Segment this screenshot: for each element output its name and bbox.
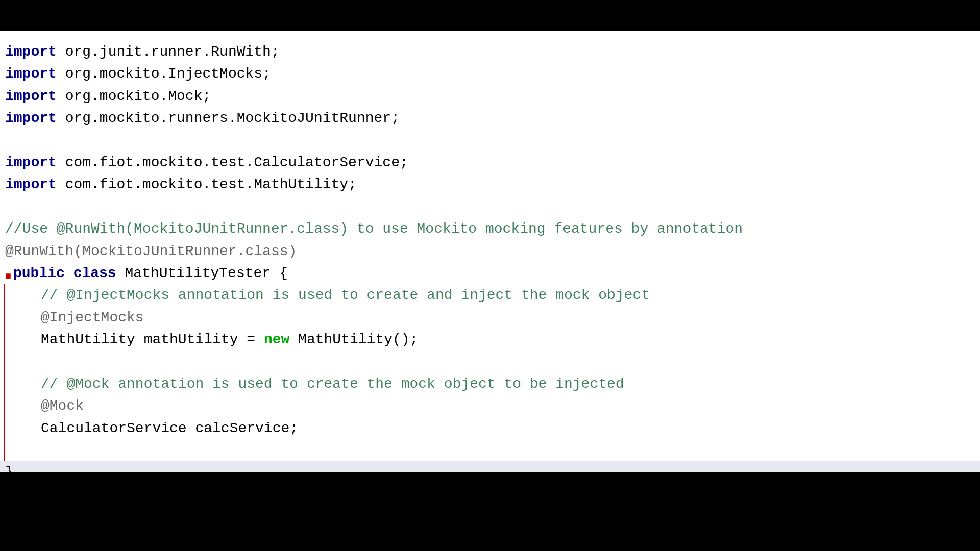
code-line-14: MathUtility mathUtility = new MathUtilit… xyxy=(0,329,980,350)
code-space-11 xyxy=(65,262,74,284)
code-text-14b: MathUtility(); xyxy=(289,329,418,350)
code-line-7: import com.fiot.mockito.test.MathUtility… xyxy=(0,173,980,195)
code-text-2: org.mockito.InjectMocks; xyxy=(57,63,271,85)
code-line-5 xyxy=(0,130,980,152)
bottom-bar xyxy=(0,472,980,551)
code-line-10: @RunWith(MockitoJUnitRunner.class) xyxy=(0,240,980,262)
code-text-4: org.mockito.runners.MockitoJUnitRunner; xyxy=(57,107,400,129)
code-area: import org.junit.runner.RunWith; import … xyxy=(0,31,980,472)
comment-12: // @InjectMocks annotation is used to cr… xyxy=(41,284,650,306)
keyword-import-7: import xyxy=(5,173,57,195)
screen: import org.junit.runner.RunWith; import … xyxy=(0,0,980,551)
code-text-14a: MathUtility mathUtility = xyxy=(41,329,264,350)
comment-9: //Use @RunWith(MockitoJUnitRunner.class)… xyxy=(5,218,743,240)
code-line-2: import org.mockito.InjectMocks; xyxy=(0,63,980,85)
top-bar xyxy=(0,0,980,31)
collapse-icon[interactable]: ■ xyxy=(5,268,11,284)
keyword-import-1: import xyxy=(5,41,57,63)
code-line-4: import org.mockito.runners.MockitoJUnitR… xyxy=(0,107,980,129)
keyword-import-3: import xyxy=(5,85,57,107)
code-text-11: MathUtilityTester { xyxy=(116,262,288,284)
code-line-16: // @Mock annotation is used to create th… xyxy=(0,373,980,395)
comment-16: // @Mock annotation is used to create th… xyxy=(41,373,624,395)
keyword-class: class xyxy=(74,262,116,284)
code-line-1: import org.junit.runner.RunWith; xyxy=(0,41,980,63)
keyword-import-6: import xyxy=(5,152,57,173)
code-line-19 xyxy=(0,439,980,461)
code-text-1: org.junit.runner.RunWith; xyxy=(57,41,280,63)
code-line-18: CalculatorService calcService; xyxy=(0,417,980,439)
code-line-20: } xyxy=(0,461,980,472)
keyword-public: public xyxy=(13,262,65,284)
code-line-12: // @InjectMocks annotation is used to cr… xyxy=(0,284,980,306)
code-line-3: import org.mockito.Mock; xyxy=(0,85,980,107)
code-line-17: @Mock xyxy=(0,395,980,417)
code-text-20: } xyxy=(5,461,14,472)
code-line-13: @InjectMocks xyxy=(0,307,980,329)
keyword-new: new xyxy=(264,329,289,350)
code-line-15 xyxy=(0,350,980,372)
code-text-6: com.fiot.mockito.test.CalculatorService; xyxy=(57,152,408,173)
code-text-18: CalculatorService calcService; xyxy=(41,417,298,439)
annotation-10: @RunWith(MockitoJUnitRunner.class) xyxy=(5,240,297,262)
annotation-17: @Mock xyxy=(41,395,84,417)
keyword-import-2: import xyxy=(5,63,57,85)
code-line-6: import com.fiot.mockito.test.CalculatorS… xyxy=(0,152,980,173)
code-line-8 xyxy=(0,196,980,218)
keyword-import-4: import xyxy=(5,107,57,129)
code-text-7: com.fiot.mockito.test.MathUtility; xyxy=(57,173,357,195)
code-line-11: ■public class MathUtilityTester { xyxy=(0,262,980,284)
class-body-container: // @InjectMocks annotation is used to cr… xyxy=(0,284,980,461)
annotation-13: @InjectMocks xyxy=(41,307,144,329)
code-text-3: org.mockito.Mock; xyxy=(57,85,211,107)
code-line-9: //Use @RunWith(MockitoJUnitRunner.class)… xyxy=(0,218,980,240)
